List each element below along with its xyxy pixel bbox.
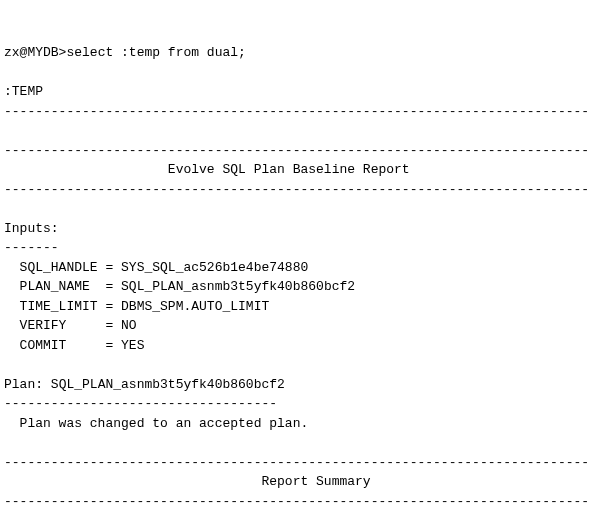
verify-label: VERIFY	[20, 318, 67, 333]
divider-short: -------	[4, 240, 59, 255]
sql-handle-value: SYS_SQL_ac526b1e4be74880	[121, 260, 308, 275]
divider: ----------------------------------------…	[4, 143, 589, 158]
time-limit-value: DBMS_SPM.AUTO_LIMIT	[121, 299, 269, 314]
report-title: Evolve SQL Plan Baseline Report	[168, 162, 410, 177]
commit-value: YES	[121, 338, 144, 353]
summary-title: Report Summary	[261, 474, 370, 489]
plan-result: Plan was changed to an accepted plan.	[20, 416, 309, 431]
verify-value: NO	[121, 318, 137, 333]
column-header: :TEMP	[4, 84, 43, 99]
divider: ----------------------------------------…	[4, 104, 589, 119]
divider: ----------------------------------------…	[4, 494, 589, 508]
plan-label: Plan:	[4, 377, 43, 392]
time-limit-label: TIME_LIMIT	[20, 299, 98, 314]
sql-prompt: zx@MYDB>	[4, 45, 66, 60]
inputs-label: Inputs:	[4, 221, 59, 236]
sql-handle-label: SQL_HANDLE	[20, 260, 98, 275]
plan-value: SQL_PLAN_asnmb3t5yfk40b860bcf2	[51, 377, 285, 392]
plan-name-value: SQL_PLAN_asnmb3t5yfk40b860bcf2	[121, 279, 355, 294]
commit-label: COMMIT	[20, 338, 67, 353]
divider: ----------------------------------------…	[4, 182, 589, 197]
divider: ----------------------------------------…	[4, 455, 589, 470]
sql-command: select :temp from dual;	[66, 45, 245, 60]
plan-name-label: PLAN_NAME	[20, 279, 90, 294]
divider-plan: -----------------------------------	[4, 396, 277, 411]
